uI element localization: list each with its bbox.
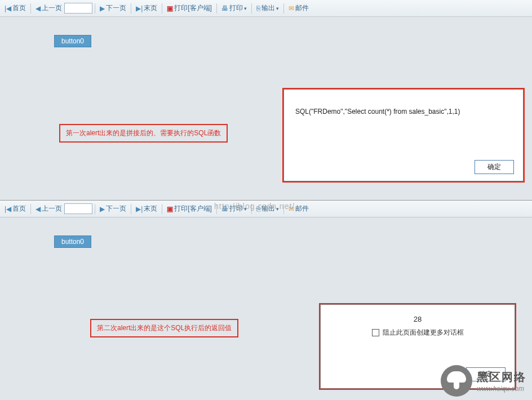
checkbox-icon[interactable]: [372, 329, 379, 336]
printer-icon: 🖶: [221, 5, 228, 12]
separator: [131, 3, 131, 14]
first-page-icon: |◀: [5, 205, 11, 213]
separator: [30, 3, 31, 14]
print-client-button[interactable]: ▣ 打印[客户端]: [165, 3, 214, 13]
last-page-icon: ▶|: [136, 5, 143, 12]
prev-page-button[interactable]: ◀ 上一页: [33, 204, 64, 214]
alert-message: SQL("FRDemo","Select count(*) from sales…: [284, 90, 523, 121]
last-page-label: 末页: [144, 3, 157, 13]
next-page-label: 下一页: [106, 204, 126, 214]
mail-label: 邮件: [295, 3, 309, 13]
next-page-button[interactable]: ▶ 下一页: [97, 3, 128, 13]
separator: [162, 204, 162, 214]
next-page-icon: ▶: [100, 205, 105, 213]
next-page-label: 下一页: [106, 3, 126, 13]
mail-icon: ✉: [289, 5, 294, 12]
mail-button[interactable]: ✉ 邮件: [286, 3, 311, 13]
prev-page-icon: ◀: [36, 205, 41, 213]
content-area: button0 第一次alert出来的是拼接后的、需要执行的SQL函数 SQL(…: [0, 17, 532, 200]
separator: [95, 204, 95, 214]
pdf-icon: ▣: [167, 205, 173, 213]
export-icon: ⎘: [256, 5, 260, 12]
dialog-footer: 确定: [475, 160, 514, 174]
alert-dialog-1-highlight: SQL("FRDemo","Select count(*) from sales…: [282, 88, 525, 183]
last-page-label: 末页: [144, 204, 157, 214]
watermark: http://blog.csdn.net/: [214, 202, 295, 211]
first-page-label: 首页: [12, 204, 26, 214]
separator: [216, 3, 217, 14]
print-client-label: 打印[客户端]: [174, 204, 212, 214]
prev-page-label: 上一页: [42, 3, 62, 13]
last-page-icon: ▶|: [136, 205, 143, 213]
page-number-input[interactable]: [64, 203, 92, 214]
mail-label: 邮件: [295, 204, 309, 214]
button0[interactable]: button0: [54, 35, 91, 47]
separator: [162, 3, 162, 14]
brand-title: 黑区网络: [477, 370, 526, 385]
chevron-down-icon: ▾: [244, 6, 247, 11]
pdf-icon: ▣: [167, 5, 173, 12]
export-button[interactable]: ⎘ 输出 ▾: [254, 3, 281, 13]
alert-body: 28 阻止此页面创建更多对话框: [321, 305, 515, 343]
button0[interactable]: button0: [54, 235, 91, 248]
ok-button[interactable]: 确定: [475, 160, 514, 174]
first-page-icon: |◀: [5, 5, 11, 12]
brand-url: www.heiqu.com: [477, 385, 526, 393]
next-page-icon: ▶: [100, 5, 105, 12]
alert-dialog-1: SQL("FRDemo","Select count(*) from sales…: [283, 89, 524, 181]
separator: [131, 204, 131, 214]
last-page-button[interactable]: ▶| 末页: [134, 204, 159, 214]
print-client-label: 打印[客户端]: [174, 3, 212, 13]
alert-value: 28: [332, 315, 503, 323]
first-page-button[interactable]: |◀ 首页: [2, 3, 28, 13]
panel-first-alert: |◀ 首页 ◀ 上一页 ▶ 下一页 ▶| 末页 ▣ 打印[客户端] 🖶 打印 ▾: [0, 0, 532, 200]
suppress-checkbox-row[interactable]: 阻止此页面创建更多对话框: [332, 328, 503, 337]
prev-page-icon: ◀: [36, 5, 41, 12]
separator: [30, 204, 31, 214]
separator: [251, 3, 252, 14]
brand-icon: [441, 365, 472, 397]
print-client-button[interactable]: ▣ 打印[客户端]: [165, 204, 214, 214]
chevron-down-icon: ▾: [276, 6, 279, 11]
suppress-checkbox-label: 阻止此页面创建更多对话框: [383, 328, 464, 337]
panel-second-alert: |◀ 首页 ◀ 上一页 ▶ 下一页 ▶| 末页 ▣ 打印[客户端] 🖶 打印 ▾: [0, 200, 532, 400]
separator: [95, 3, 95, 14]
next-page-button[interactable]: ▶ 下一页: [97, 204, 128, 214]
prev-page-button[interactable]: ◀ 上一页: [33, 3, 64, 13]
last-page-button[interactable]: ▶| 末页: [134, 3, 159, 13]
toolbar: |◀ 首页 ◀ 上一页 ▶ 下一页 ▶| 末页 ▣ 打印[客户端] 🖶 打印 ▾: [0, 0, 532, 17]
first-page-label: 首页: [12, 3, 26, 13]
page-number-input[interactable]: [64, 3, 92, 14]
brand-logo: 黑区网络 www.heiqu.com: [441, 365, 526, 397]
print-button[interactable]: 🖶 打印 ▾: [219, 3, 249, 13]
first-page-button[interactable]: |◀ 首页: [2, 204, 28, 214]
prev-page-label: 上一页: [42, 204, 62, 214]
annotation-first-alert: 第一次alert出来的是拼接后的、需要执行的SQL函数: [59, 124, 228, 143]
print-label: 打印: [229, 3, 243, 13]
export-label: 输出: [261, 3, 275, 13]
separator: [283, 3, 284, 14]
annotation-second-alert: 第二次alert出来的是这个SQL执行后的返回值: [90, 319, 238, 337]
